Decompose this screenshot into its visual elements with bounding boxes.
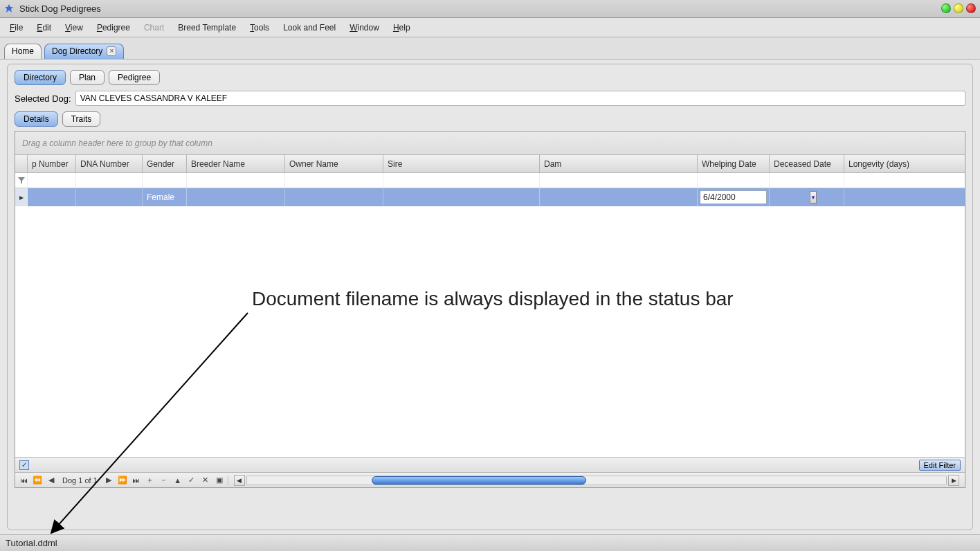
cell-longevity[interactable] <box>844 188 926 206</box>
menubar: File Edit View Pedigree Chart Breed Temp… <box>0 18 980 37</box>
cell-gender[interactable]: Female <box>143 188 187 206</box>
cell-owner-name[interactable] <box>285 188 383 206</box>
filter-checkbox[interactable]: ✓ <box>19 460 29 470</box>
tab-label: Home <box>12 46 34 56</box>
tab-label: Dog Directory <box>52 46 102 56</box>
cell-dna-number[interactable] <box>76 188 143 206</box>
column-gender[interactable]: Gender <box>143 155 187 172</box>
nav-prev-page-button[interactable]: ⏪ <box>32 475 43 486</box>
selected-dog-label: Selected Dog: <box>15 93 71 104</box>
window-title: Stick Dog Pedigrees <box>19 3 101 14</box>
detailtab-traits[interactable]: Traits <box>62 111 101 127</box>
edit-filter-button[interactable]: Edit Filter <box>919 460 961 471</box>
nav-remove-button[interactable]: － <box>158 475 170 486</box>
grid-filter-footer: ✓ Edit Filter <box>15 457 965 472</box>
status-filename: Tutorial.ddml <box>6 538 57 548</box>
window-close-button[interactable] <box>966 3 976 13</box>
cell-dam[interactable] <box>540 188 698 206</box>
nav-commit-button[interactable]: ✓ <box>186 475 197 486</box>
cell-breeder-name[interactable] <box>187 188 285 206</box>
menu-window[interactable]: Window <box>344 21 385 35</box>
column-longevity[interactable]: Longevity (days) <box>844 155 926 172</box>
cell-sire[interactable] <box>383 188 540 206</box>
column-dna-number[interactable]: DNA Number <box>76 155 143 172</box>
column-p-number[interactable]: p Number <box>28 155 76 172</box>
window-zoom-button[interactable] <box>941 3 951 13</box>
document-tabstrip: Home Dog Directory × <box>0 37 980 60</box>
menu-view[interactable]: View <box>60 21 89 35</box>
group-by-panel[interactable]: Drag a column header here to group by th… <box>15 132 965 155</box>
menu-file[interactable]: File <box>4 21 28 35</box>
scroll-track[interactable] <box>246 476 947 485</box>
scroll-thumb[interactable] <box>372 476 586 485</box>
menu-edit[interactable]: Edit <box>31 21 57 35</box>
annotation-text: Document filename is always displayed in… <box>252 288 734 310</box>
grid-navigator: ⏮ ⏪ ◀ Dog 1 of 1 ▶ ⏩ ⏭ ＋ － ▲ ✓ ✕ ▣ ◀ <box>15 472 965 487</box>
record-label: Dog 1 of 1 <box>60 476 100 485</box>
nav-edit-button[interactable]: ▲ <box>172 475 183 486</box>
menu-help[interactable]: Help <box>388 21 416 35</box>
scroll-left-button[interactable]: ◀ <box>234 475 245 486</box>
cell-p-number[interactable] <box>28 188 76 206</box>
tab-home[interactable]: Home <box>4 44 42 59</box>
window-titlebar: Stick Dog Pedigrees <box>0 0 980 18</box>
column-whelping-date[interactable]: Whelping Date <box>698 155 770 172</box>
menu-breed-template[interactable]: Breed Template <box>172 21 242 35</box>
detail-tabs: Details Traits <box>15 111 965 127</box>
scroll-right-button[interactable]: ▶ <box>948 475 959 486</box>
cell-deceased-date[interactable] <box>770 188 844 206</box>
selected-dog-input[interactable] <box>75 91 965 106</box>
subtab-directory[interactable]: Directory <box>15 70 66 85</box>
nav-first-button[interactable]: ⏮ <box>18 475 29 486</box>
menu-pedigree[interactable]: Pedigree <box>91 21 136 35</box>
grid-header-row: p Number DNA Number Gender Breeder Name … <box>15 155 965 173</box>
menu-chart: Chart <box>138 21 170 35</box>
column-deceased-date[interactable]: Deceased Date <box>770 155 844 172</box>
detailtab-details[interactable]: Details <box>15 111 58 127</box>
column-sire[interactable]: Sire <box>383 155 540 172</box>
cell-whelping-date[interactable]: ▼ <box>698 188 770 206</box>
column-owner-name[interactable]: Owner Name <box>285 155 383 172</box>
view-tabs: Directory Plan Pedigree <box>15 70 965 85</box>
window-minimize-button[interactable] <box>954 3 963 13</box>
menu-look-and-feel[interactable]: Look and Feel <box>278 21 341 35</box>
horizontal-scrollbar[interactable]: ◀ ▶ <box>231 475 962 486</box>
table-row[interactable]: ▸ Female ▼ <box>15 188 965 206</box>
nav-refresh-button[interactable]: ▣ <box>214 475 225 486</box>
nav-last-button[interactable]: ⏭ <box>131 475 142 486</box>
nav-cancel-button[interactable]: ✕ <box>200 475 211 486</box>
nav-next-page-button[interactable]: ⏩ <box>117 475 128 486</box>
subtab-pedigree[interactable]: Pedigree <box>109 70 160 85</box>
subtab-plan[interactable]: Plan <box>70 70 105 85</box>
status-bar: Tutorial.ddml <box>0 534 980 551</box>
row-indicator-icon: ▸ <box>15 188 28 206</box>
filter-icon[interactable] <box>15 173 28 188</box>
nav-next-button[interactable]: ▶ <box>103 475 114 486</box>
column-breeder-name[interactable]: Breeder Name <box>187 155 285 172</box>
column-indicator[interactable] <box>15 155 28 172</box>
selected-dog-row: Selected Dog: <box>15 91 965 106</box>
nav-prev-button[interactable]: ◀ <box>46 475 57 486</box>
menu-tools[interactable]: Tools <box>244 21 275 35</box>
tab-dog-directory[interactable]: Dog Directory × <box>44 44 124 59</box>
column-dam[interactable]: Dam <box>540 155 698 172</box>
close-icon[interactable]: × <box>107 46 116 56</box>
grid-filter-row[interactable] <box>15 173 965 188</box>
grid-empty-area <box>15 206 965 457</box>
app-icon <box>4 3 15 15</box>
nav-add-button[interactable]: ＋ <box>145 475 156 486</box>
